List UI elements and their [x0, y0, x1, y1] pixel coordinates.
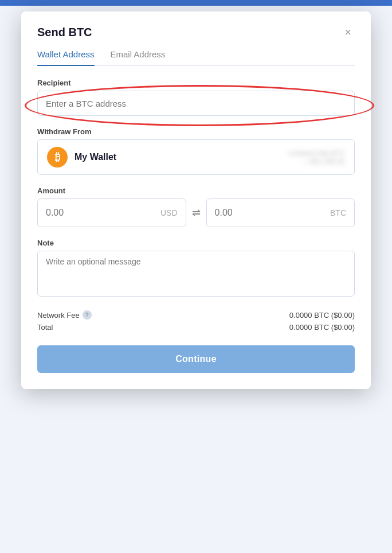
btc-amount-input[interactable]: [215, 208, 330, 218]
recipient-label: Recipient: [37, 79, 355, 87]
modal-overlay: Send BTC × Wallet Address Email Address …: [0, 6, 392, 553]
close-button[interactable]: ×: [341, 25, 355, 39]
network-fee-label: Network Fee ?: [37, 310, 92, 320]
amount-section: Amount USD ⇌ BTC: [37, 186, 355, 227]
wallet-left: ₿ My Wallet: [47, 147, 116, 168]
fee-section: Network Fee ? 0.0000 BTC ($0.00) Total 0…: [37, 310, 355, 332]
btc-icon-letter: ₿: [55, 151, 60, 163]
recipient-input[interactable]: [37, 91, 355, 116]
modal-header: Send BTC ×: [37, 25, 355, 39]
tab-wallet-address[interactable]: Wallet Address: [37, 49, 95, 66]
total-value: 0.0000 BTC ($0.00): [289, 323, 355, 332]
wallet-balance-usd: ≈ $31,390.52: [289, 158, 345, 166]
note-textarea[interactable]: [37, 251, 355, 297]
total-label: Total: [37, 323, 53, 332]
recipient-section: Recipient: [37, 79, 355, 116]
send-btc-modal: Send BTC × Wallet Address Email Address …: [21, 11, 371, 389]
continue-button[interactable]: Continue: [37, 345, 355, 373]
withdraw-label: Withdraw From: [37, 127, 355, 136]
amount-label: Amount: [37, 186, 355, 195]
btc-icon: ₿: [47, 147, 68, 168]
network-fee-help-icon[interactable]: ?: [83, 310, 92, 320]
network-fee-label-text: Network Fee: [37, 311, 80, 320]
wallet-balance: 0.00441788 BTC ≈ $31,390.52: [289, 149, 345, 166]
usd-input-box: USD: [37, 198, 186, 227]
btc-input-box: BTC: [206, 198, 355, 227]
wallet-name: My Wallet: [75, 152, 116, 162]
tab-email-address[interactable]: Email Address: [111, 49, 166, 66]
wallet-balance-btc: 0.00441788 BTC: [289, 149, 345, 158]
note-label: Note: [37, 239, 355, 247]
total-fee-row: Total 0.0000 BTC ($0.00): [37, 323, 355, 332]
network-fee-row: Network Fee ? 0.0000 BTC ($0.00): [37, 310, 355, 320]
recipient-input-wrapper: [37, 91, 355, 116]
swap-icon[interactable]: ⇌: [192, 207, 201, 219]
usd-currency-label: USD: [160, 208, 178, 217]
modal-title: Send BTC: [37, 26, 92, 39]
withdraw-section: Withdraw From ₿ My Wallet 0.00441788 BTC…: [37, 127, 355, 175]
amount-row: USD ⇌ BTC: [37, 198, 355, 227]
btc-currency-label: BTC: [330, 208, 346, 217]
tab-bar: Wallet Address Email Address: [37, 49, 355, 66]
usd-amount-input[interactable]: [46, 208, 160, 218]
wallet-box[interactable]: ₿ My Wallet 0.00441788 BTC ≈ $31,390.52: [37, 139, 355, 175]
note-section: Note: [37, 239, 355, 299]
network-fee-value: 0.0000 BTC ($0.00): [289, 311, 355, 320]
